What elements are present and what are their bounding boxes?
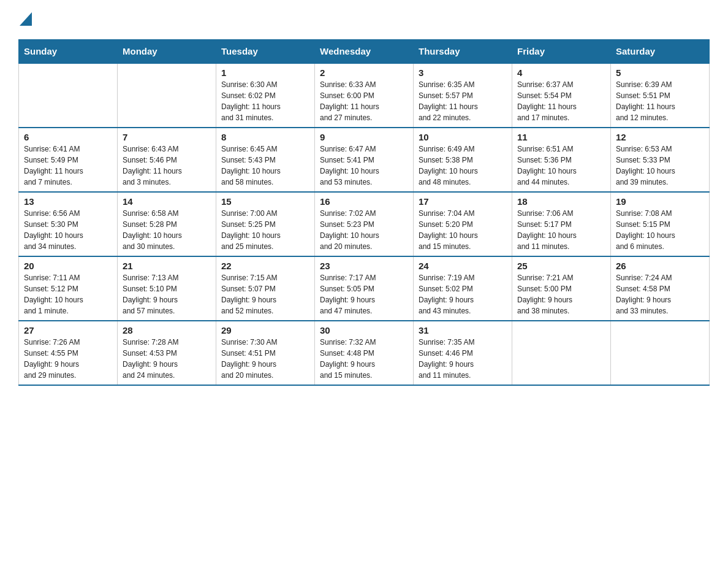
day-number: 29 <box>221 325 309 335</box>
day-of-week-header: Thursday <box>414 40 512 64</box>
day-info-text: Sunrise: 6:51 AM Sunset: 5:36 PM Dayligh… <box>517 144 605 188</box>
day-info-text: Sunrise: 6:49 AM Sunset: 5:38 PM Dayligh… <box>419 144 507 188</box>
day-info-text: Sunrise: 6:56 AM Sunset: 5:30 PM Dayligh… <box>24 208 112 252</box>
day-number: 4 <box>517 67 605 78</box>
day-number: 13 <box>24 196 112 207</box>
calendar-week-row: 1Sunrise: 6:30 AM Sunset: 6:02 PM Daylig… <box>19 63 710 128</box>
day-of-week-header: Saturday <box>611 40 710 64</box>
calendar-day-cell: 7Sunrise: 6:43 AM Sunset: 5:46 PM Daylig… <box>118 128 216 192</box>
calendar-day-cell: 13Sunrise: 6:56 AM Sunset: 5:30 PM Dayli… <box>19 192 118 256</box>
calendar-day-cell: 10Sunrise: 6:49 AM Sunset: 5:38 PM Dayli… <box>414 128 512 192</box>
calendar-day-cell: 9Sunrise: 6:47 AM Sunset: 5:41 PM Daylig… <box>315 128 414 192</box>
day-number: 11 <box>517 132 605 142</box>
calendar-header-row: SundayMondayTuesdayWednesdayThursdayFrid… <box>19 40 710 64</box>
calendar-day-cell: 31Sunrise: 7:35 AM Sunset: 4:46 PM Dayli… <box>414 321 512 385</box>
day-info-text: Sunrise: 7:00 AM Sunset: 5:25 PM Dayligh… <box>221 208 309 252</box>
logo-arrow-icon <box>20 12 32 26</box>
calendar-day-cell: 15Sunrise: 7:00 AM Sunset: 5:25 PM Dayli… <box>216 192 315 256</box>
day-info-text: Sunrise: 6:37 AM Sunset: 5:54 PM Dayligh… <box>517 79 605 123</box>
calendar-day-cell: 19Sunrise: 7:08 AM Sunset: 5:15 PM Dayli… <box>611 192 710 256</box>
day-number: 7 <box>123 132 211 142</box>
day-info-text: Sunrise: 6:58 AM Sunset: 5:28 PM Dayligh… <box>123 208 211 252</box>
day-info-text: Sunrise: 7:04 AM Sunset: 5:20 PM Dayligh… <box>419 208 507 252</box>
calendar-day-cell: 8Sunrise: 6:45 AM Sunset: 5:43 PM Daylig… <box>216 128 315 192</box>
day-number: 12 <box>616 132 704 142</box>
calendar-day-cell: 21Sunrise: 7:13 AM Sunset: 5:10 PM Dayli… <box>118 256 216 321</box>
day-number: 31 <box>419 325 507 335</box>
calendar-day-cell: 28Sunrise: 7:28 AM Sunset: 4:53 PM Dayli… <box>118 321 216 385</box>
day-of-week-header: Monday <box>118 40 216 64</box>
day-info-text: Sunrise: 6:53 AM Sunset: 5:33 PM Dayligh… <box>616 144 704 188</box>
day-number: 3 <box>419 67 507 78</box>
day-number: 10 <box>419 132 507 142</box>
day-info-text: Sunrise: 7:15 AM Sunset: 5:07 PM Dayligh… <box>221 272 309 316</box>
day-of-week-header: Sunday <box>19 40 118 64</box>
day-info-text: Sunrise: 7:21 AM Sunset: 5:00 PM Dayligh… <box>517 272 605 316</box>
day-info-text: Sunrise: 6:33 AM Sunset: 6:00 PM Dayligh… <box>320 79 408 123</box>
day-number: 26 <box>616 261 704 271</box>
day-number: 21 <box>123 261 211 271</box>
day-info-text: Sunrise: 7:24 AM Sunset: 4:58 PM Dayligh… <box>616 272 704 316</box>
calendar-week-row: 27Sunrise: 7:26 AM Sunset: 4:55 PM Dayli… <box>19 321 710 385</box>
calendar-day-cell: 25Sunrise: 7:21 AM Sunset: 5:00 PM Dayli… <box>512 256 611 321</box>
calendar-day-cell: 23Sunrise: 7:17 AM Sunset: 5:05 PM Dayli… <box>315 256 414 321</box>
day-info-text: Sunrise: 6:35 AM Sunset: 5:57 PM Dayligh… <box>419 79 507 123</box>
day-number: 9 <box>320 132 408 142</box>
day-number: 14 <box>123 196 211 207</box>
calendar-day-cell: 26Sunrise: 7:24 AM Sunset: 4:58 PM Dayli… <box>611 256 710 321</box>
day-info-text: Sunrise: 7:35 AM Sunset: 4:46 PM Dayligh… <box>419 337 507 381</box>
day-of-week-header: Tuesday <box>216 40 315 64</box>
day-info-text: Sunrise: 6:39 AM Sunset: 5:51 PM Dayligh… <box>616 79 704 123</box>
day-number: 2 <box>320 67 408 78</box>
day-info-text: Sunrise: 6:47 AM Sunset: 5:41 PM Dayligh… <box>320 144 408 188</box>
page-header <box>18 12 710 27</box>
calendar-day-cell: 18Sunrise: 7:06 AM Sunset: 5:17 PM Dayli… <box>512 192 611 256</box>
day-info-text: Sunrise: 7:19 AM Sunset: 5:02 PM Dayligh… <box>419 272 507 316</box>
calendar-day-cell: 3Sunrise: 6:35 AM Sunset: 5:57 PM Daylig… <box>414 63 512 128</box>
calendar-day-cell <box>512 321 611 385</box>
day-number: 24 <box>419 261 507 271</box>
day-number: 28 <box>123 325 211 335</box>
calendar-day-cell: 24Sunrise: 7:19 AM Sunset: 5:02 PM Dayli… <box>414 256 512 321</box>
calendar-week-row: 6Sunrise: 6:41 AM Sunset: 5:49 PM Daylig… <box>19 128 710 192</box>
calendar-day-cell: 6Sunrise: 6:41 AM Sunset: 5:49 PM Daylig… <box>19 128 118 192</box>
calendar-day-cell: 20Sunrise: 7:11 AM Sunset: 5:12 PM Dayli… <box>19 256 118 321</box>
day-number: 15 <box>221 196 309 207</box>
day-number: 27 <box>24 325 112 335</box>
day-info-text: Sunrise: 7:32 AM Sunset: 4:48 PM Dayligh… <box>320 337 408 381</box>
calendar-table: SundayMondayTuesdayWednesdayThursdayFrid… <box>18 39 710 386</box>
calendar-day-cell: 22Sunrise: 7:15 AM Sunset: 5:07 PM Dayli… <box>216 256 315 321</box>
calendar-day-cell: 30Sunrise: 7:32 AM Sunset: 4:48 PM Dayli… <box>315 321 414 385</box>
calendar-day-cell: 12Sunrise: 6:53 AM Sunset: 5:33 PM Dayli… <box>611 128 710 192</box>
calendar-day-cell: 1Sunrise: 6:30 AM Sunset: 6:02 PM Daylig… <box>216 63 315 128</box>
day-info-text: Sunrise: 6:43 AM Sunset: 5:46 PM Dayligh… <box>123 144 211 188</box>
calendar-day-cell: 5Sunrise: 6:39 AM Sunset: 5:51 PM Daylig… <box>611 63 710 128</box>
calendar-day-cell: 4Sunrise: 6:37 AM Sunset: 5:54 PM Daylig… <box>512 63 611 128</box>
calendar-week-row: 20Sunrise: 7:11 AM Sunset: 5:12 PM Dayli… <box>19 256 710 321</box>
calendar-day-cell: 27Sunrise: 7:26 AM Sunset: 4:55 PM Dayli… <box>19 321 118 385</box>
day-info-text: Sunrise: 7:30 AM Sunset: 4:51 PM Dayligh… <box>221 337 309 381</box>
day-info-text: Sunrise: 7:17 AM Sunset: 5:05 PM Dayligh… <box>320 272 408 316</box>
day-number: 25 <box>517 261 605 271</box>
logo <box>18 12 32 27</box>
day-info-text: Sunrise: 7:11 AM Sunset: 5:12 PM Dayligh… <box>24 272 112 316</box>
calendar-day-cell: 16Sunrise: 7:02 AM Sunset: 5:23 PM Dayli… <box>315 192 414 256</box>
day-info-text: Sunrise: 7:08 AM Sunset: 5:15 PM Dayligh… <box>616 208 704 252</box>
day-number: 6 <box>24 132 112 142</box>
day-info-text: Sunrise: 7:02 AM Sunset: 5:23 PM Dayligh… <box>320 208 408 252</box>
calendar-week-row: 13Sunrise: 6:56 AM Sunset: 5:30 PM Dayli… <box>19 192 710 256</box>
day-number: 18 <box>517 196 605 207</box>
day-number: 22 <box>221 261 309 271</box>
day-info-text: Sunrise: 7:26 AM Sunset: 4:55 PM Dayligh… <box>24 337 112 381</box>
day-number: 5 <box>616 67 704 78</box>
day-number: 23 <box>320 261 408 271</box>
day-number: 20 <box>24 261 112 271</box>
calendar-day-cell <box>19 63 118 128</box>
day-number: 19 <box>616 196 704 207</box>
day-number: 30 <box>320 325 408 335</box>
day-info-text: Sunrise: 6:30 AM Sunset: 6:02 PM Dayligh… <box>221 79 309 123</box>
day-info-text: Sunrise: 7:28 AM Sunset: 4:53 PM Dayligh… <box>123 337 211 381</box>
day-number: 16 <box>320 196 408 207</box>
calendar-day-cell <box>611 321 710 385</box>
calendar-day-cell: 2Sunrise: 6:33 AM Sunset: 6:00 PM Daylig… <box>315 63 414 128</box>
